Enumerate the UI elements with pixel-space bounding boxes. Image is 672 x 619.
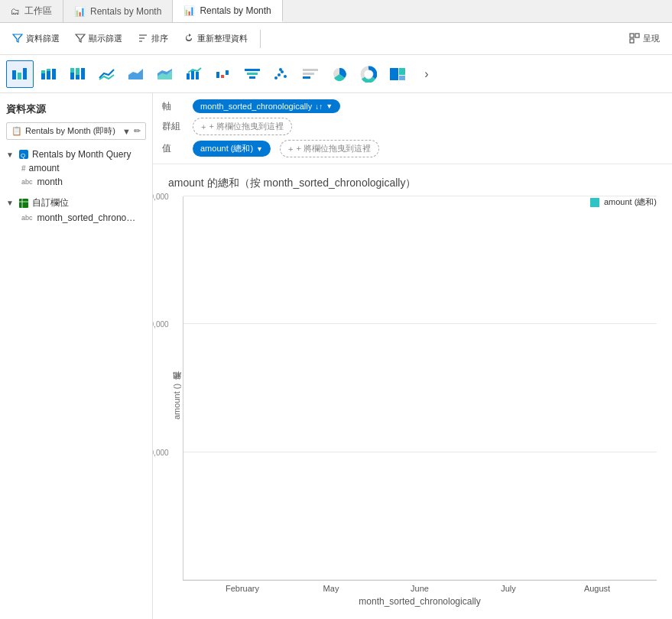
chart-icon-2: 📊 bbox=[183, 5, 195, 16]
axis-pill[interactable]: month_sorted_chronologically ↓↑ ▼ bbox=[193, 99, 340, 113]
refresh-button[interactable]: 重新整理資料 bbox=[177, 30, 254, 48]
chart-type-bar-100[interactable] bbox=[64, 60, 92, 88]
chart-type-waterfall[interactable] bbox=[209, 60, 237, 88]
group-row: 群組 + + 將欄位拖曳到這裡 bbox=[162, 118, 663, 135]
chart-type-funnel[interactable] bbox=[239, 60, 266, 88]
svg-rect-36 bbox=[303, 69, 318, 71]
sort-button[interactable]: 排序 bbox=[131, 30, 174, 48]
chart-type-treemap[interactable] bbox=[384, 60, 411, 88]
chart-type-more[interactable]: › bbox=[413, 60, 440, 88]
svg-marker-19 bbox=[128, 69, 143, 79]
svg-rect-12 bbox=[47, 69, 50, 71]
filter-display-button[interactable]: 顯示篩選 bbox=[69, 30, 128, 48]
svg-rect-15 bbox=[70, 68, 74, 73]
main-layout: 資料來源 📋 Rentals by Month (即時) ▼ ✏ ▼ Q Ren… bbox=[0, 93, 672, 619]
hash-icon: # bbox=[21, 164, 26, 173]
x-axis-title: month_sorted_chronologically bbox=[183, 596, 657, 607]
datasource-label: Rentals by Month (即時) bbox=[25, 125, 119, 137]
field-month-sorted-label: month_sorted_chronologic bbox=[37, 212, 137, 223]
axis-value: month_sorted_chronologically bbox=[200, 102, 312, 111]
chart-type-bar-stacked[interactable] bbox=[35, 60, 63, 88]
chart-type-scatter[interactable] bbox=[268, 60, 295, 88]
worktable-icon: 🗂 bbox=[11, 6, 20, 17]
value-pill[interactable]: amount (總和) ▼ bbox=[193, 141, 271, 157]
svg-rect-9 bbox=[41, 73, 45, 79]
build-panel: 軸 month_sorted_chronologically ↓↑ ▼ 群組 +… bbox=[153, 93, 672, 164]
chart-type-bar-clustered[interactable] bbox=[6, 60, 34, 88]
svg-point-31 bbox=[274, 76, 278, 79]
x-tick-label: February bbox=[223, 584, 261, 593]
tree-item-custom[interactable]: ▼ 自訂欄位 bbox=[6, 195, 146, 211]
field-month[interactable]: abc month bbox=[21, 175, 146, 189]
svg-rect-42 bbox=[399, 68, 405, 75]
svg-rect-5 bbox=[630, 39, 634, 43]
sidebar-title: 資料來源 bbox=[6, 99, 146, 122]
chart-inner: amount (總和) 010,00020,00030,000 February… bbox=[168, 196, 657, 607]
chart-type-filter-chart[interactable] bbox=[297, 60, 324, 88]
svg-rect-8 bbox=[23, 68, 27, 79]
y-tick-label: 30,000 bbox=[153, 193, 169, 201]
filter-data-icon bbox=[12, 33, 23, 45]
chart-icon-1: 📊 bbox=[74, 6, 86, 17]
datasource-edit-icon[interactable]: ✏ bbox=[134, 126, 141, 136]
chart-type-combo[interactable] bbox=[180, 60, 208, 88]
datasource-icon: 📋 bbox=[11, 126, 22, 136]
tab-worktable[interactable]: 🗂 工作區 bbox=[0, 0, 63, 22]
datasource-dropdown-icon: ▼ bbox=[122, 127, 131, 136]
chart-type-pie[interactable] bbox=[326, 60, 353, 88]
query-children: # amount abc month bbox=[6, 161, 146, 189]
x-tick-label: August bbox=[578, 584, 616, 593]
svg-rect-11 bbox=[47, 71, 50, 79]
group-placeholder[interactable]: + + 將欄位拖曳到這裡 bbox=[193, 118, 292, 135]
svg-rect-41 bbox=[390, 68, 398, 80]
tab-rentals-1[interactable]: 📊 Rentals by Month bbox=[63, 0, 173, 22]
svg-rect-10 bbox=[41, 70, 45, 73]
value-row: 值 amount (總和) ▼ + + 將欄位拖曳到這裡 bbox=[162, 140, 663, 157]
datasource-selector[interactable]: 📋 Rentals by Month (即時) ▼ ✏ bbox=[6, 122, 146, 140]
x-tick-label: May bbox=[312, 584, 350, 593]
tab-rentals-2[interactable]: 📊 Rentals by Month bbox=[173, 0, 282, 22]
chart-type-line[interactable] bbox=[93, 60, 121, 88]
axis-dropdown-icon[interactable]: ▼ bbox=[326, 102, 333, 110]
y-axis-label: amount (總和) bbox=[168, 196, 183, 607]
chart-area: amount 的總和（按 month_sorted_chronologicall… bbox=[153, 164, 672, 619]
filter-data-button[interactable]: 資料篩選 bbox=[6, 30, 66, 48]
svg-rect-4 bbox=[635, 34, 639, 37]
chart-wrapper: amount (總和) amount (總和) 010,00020,00030,… bbox=[168, 196, 657, 607]
svg-point-35 bbox=[279, 68, 282, 71]
query-label: Rentals by Month Query bbox=[32, 149, 131, 160]
value-placeholder[interactable]: + + 將欄位拖曳到這裡 bbox=[280, 140, 379, 157]
value-dropdown-icon[interactable]: ▼ bbox=[256, 145, 263, 153]
table-icon bbox=[18, 198, 29, 209]
svg-rect-13 bbox=[52, 69, 56, 79]
chart-type-donut[interactable] bbox=[355, 60, 382, 88]
chart-type-toolbar: › bbox=[0, 55, 672, 93]
group-label: 群組 bbox=[162, 120, 187, 133]
field-month-sorted[interactable]: abc month_sorted_chronologic bbox=[21, 211, 146, 225]
sidebar: 資料來源 📋 Rentals by Month (即時) ▼ ✏ ▼ Q Ren… bbox=[0, 93, 153, 619]
value-label: 值 bbox=[162, 142, 187, 155]
chart-type-area[interactable] bbox=[122, 60, 150, 88]
x-tick-label: July bbox=[489, 584, 528, 593]
chart-type-area-stacked[interactable] bbox=[151, 60, 179, 88]
tree-item-query[interactable]: ▼ Q Rentals by Month Query bbox=[6, 147, 146, 161]
bars-container bbox=[183, 196, 657, 580]
y-tick-label: 20,000 bbox=[153, 320, 169, 329]
svg-rect-30 bbox=[249, 76, 255, 79]
field-amount[interactable]: # amount bbox=[21, 161, 146, 175]
toolbar-separator bbox=[260, 30, 261, 48]
svg-rect-38 bbox=[303, 76, 310, 79]
view-button[interactable]: 呈現 bbox=[623, 30, 666, 48]
svg-point-34 bbox=[284, 75, 287, 78]
chart-plot: 010,00020,00030,000 FebruaryMayJuneJulyA… bbox=[183, 196, 657, 607]
sort-icon bbox=[138, 33, 148, 45]
abc-icon-sorted: abc bbox=[21, 214, 33, 222]
refresh-icon bbox=[183, 33, 194, 45]
custom-label: 自訂欄位 bbox=[32, 196, 69, 209]
x-axis: FebruaryMayJuneJulyAugust bbox=[183, 581, 657, 593]
axis-label: 軸 bbox=[162, 100, 187, 113]
content-area: 軸 month_sorted_chronologically ↓↑ ▼ 群組 +… bbox=[153, 93, 672, 619]
main-toolbar: 資料篩選 顯示篩選 排序 重新整理資料 呈現 bbox=[0, 23, 672, 55]
abc-icon-month: abc bbox=[21, 178, 33, 186]
svg-rect-22 bbox=[187, 73, 190, 79]
